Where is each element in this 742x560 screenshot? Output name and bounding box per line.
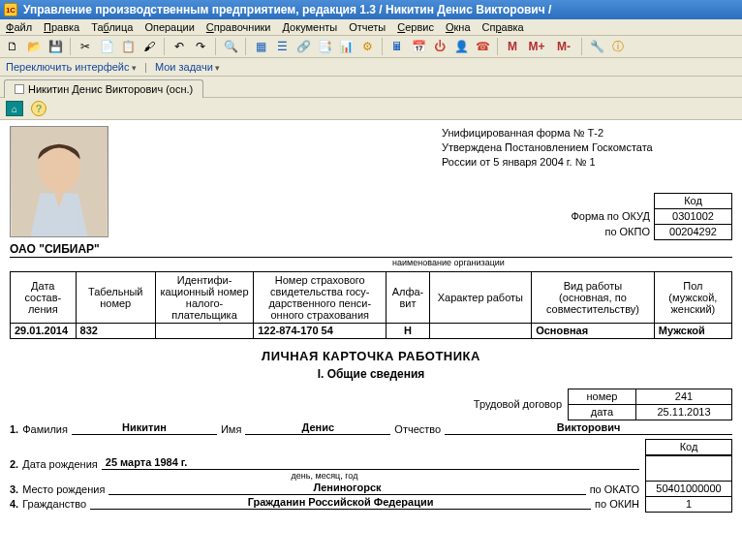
form-stamp: Унифицированная форма № Т-2 Утверждена П… [442, 126, 732, 170]
mail-icon[interactable]: ⏻ [431, 38, 448, 55]
val-sex: Мужской [654, 323, 731, 338]
organization-caption: наименование организации [165, 258, 732, 267]
col-snils: Номер страхового свидетельства госу­дарс… [254, 271, 386, 323]
switch-interface-button[interactable]: Переключить интерфейс [6, 61, 137, 73]
gear-icon[interactable]: ⚙ [358, 38, 376, 55]
cut-icon[interactable]: ✂ [77, 38, 94, 55]
val-tabno: 832 [76, 323, 155, 338]
contract-table: номер 241 дата 25.11.2013 [568, 389, 732, 420]
okpo-label: по ОКПО [490, 224, 655, 239]
doc-icon[interactable]: 📑 [316, 38, 333, 55]
grid-icon[interactable]: ▦ [252, 38, 269, 55]
help-icon[interactable]: ⓘ [609, 38, 627, 55]
sum-m-button[interactable]: М [504, 38, 521, 55]
switch-bar: Переключить интерфейс | Мои задачи [0, 58, 742, 77]
person-placeholder-icon [11, 127, 108, 236]
dob-value: 25 марта 1984 г. [102, 456, 639, 470]
menu-windows[interactable]: Окна [446, 21, 471, 33]
header-grid: Дата состав­ления Табельный номер Иденти… [10, 271, 732, 339]
name-label: Имя [221, 423, 241, 435]
contract-date-label: дата [569, 404, 636, 420]
col-worktype: Характер работы [429, 271, 532, 323]
document-toolbar: ⌂ ? [0, 98, 742, 120]
okin-label: по ОКИН [595, 498, 639, 510]
contract-num: 241 [636, 389, 732, 404]
copy-icon[interactable]: 📄 [98, 38, 115, 55]
main-toolbar: 🗋 📂 💾 ✂ 📄 📋 🖌 ↶ ↷ 🔍 ▦ ☰ 🔗 📑 📊 ⚙ 🖩 📅 ⏻ 👤 … [0, 36, 742, 58]
organization-name: ОАО "СИБИАР" [10, 242, 732, 258]
citizenship-value: Гражданин Российской Федерации [90, 496, 591, 510]
menu-refs[interactable]: Справочники [206, 21, 271, 33]
stamp-line: России от 5 января 2004 г. № 1 [442, 155, 732, 170]
val-worktype [429, 323, 532, 338]
undo-icon[interactable]: ↶ [170, 38, 188, 55]
my-tasks-button[interactable]: Мои задачи [155, 61, 220, 73]
okin-value: 1 [646, 496, 732, 512]
menu-table[interactable]: Таблица [91, 21, 133, 33]
tab-employee-card[interactable]: Никитин Денис Викторович (осн.) [4, 79, 203, 98]
main-menu: Фdocument.currentScript.previousElementS… [0, 19, 742, 36]
menu-file[interactable]: Фdocument.currentScript.previousElementS… [6, 21, 32, 33]
pob-label: Место рождения [22, 483, 105, 495]
val-alpha: Н [386, 323, 429, 338]
okato-label: по ОКАТО [590, 483, 639, 495]
open-icon[interactable]: 📂 [25, 38, 43, 55]
report-icon[interactable]: 📊 [337, 38, 355, 55]
col-sex: Пол (мужской, женский) [654, 271, 731, 323]
val-workkind: Основная [532, 323, 655, 338]
row-num: 4. [10, 498, 18, 510]
find-icon[interactable]: 🔍 [222, 38, 239, 55]
book-icon[interactable]: ☎ [474, 38, 491, 55]
code-header: Код [646, 439, 732, 454]
redo-icon[interactable]: ↷ [192, 38, 209, 55]
sum-mm-button[interactable]: М- [552, 38, 575, 55]
menu-reports[interactable]: Отчеты [349, 21, 386, 33]
okato-value: 50401000000 [646, 481, 732, 496]
save-icon[interactable]: 💾 [46, 38, 64, 55]
val-date: 29.01.2014 [11, 323, 77, 338]
links-icon[interactable]: 🔗 [294, 38, 312, 55]
paste-icon[interactable]: 📋 [119, 38, 137, 55]
dob-label: Дата рождения [22, 458, 98, 470]
row-num: 1. [10, 423, 18, 435]
dob-caption: день, месяц, год [10, 471, 639, 481]
col-workkind: Вид работы (основная, по совместительств… [532, 271, 655, 323]
user-icon[interactable]: 👤 [452, 38, 470, 55]
brush-icon[interactable]: 🖌 [140, 38, 158, 55]
okpo-value: 00204292 [655, 224, 732, 239]
okud-value: 0301002 [655, 208, 732, 224]
menu-edit[interactable]: Правка [44, 21, 79, 33]
app-logo-icon: 1C [4, 3, 17, 16]
separator-icon [245, 38, 246, 55]
calc-icon[interactable]: 🖩 [388, 38, 406, 55]
code-empty [646, 455, 732, 481]
list-icon[interactable]: ☰ [273, 38, 291, 55]
pob-value: Лениногорск [108, 482, 585, 495]
col-date: Дата состав­ления [11, 271, 77, 323]
new-icon[interactable]: 🗋 [4, 38, 21, 55]
window-title: Управление производственным предприятием… [23, 3, 551, 16]
citizenship-label: Гражданство [22, 498, 86, 510]
side-codes: 50401000000 1 [645, 455, 732, 513]
wrench-icon[interactable]: 🔧 [588, 38, 605, 55]
col-inn: Идентифи­кационный номер налого­плательщ… [155, 271, 253, 323]
stamp-line: Утверждена Постановлением Госкомстата [442, 140, 732, 155]
name-value: Денис [245, 421, 390, 435]
document-icon [15, 84, 24, 94]
patronymic-label: Отчество [394, 423, 441, 435]
patronymic-value: Викторович [445, 421, 732, 435]
document-tabs: Никитин Денис Викторович (осн.) [0, 77, 742, 98]
menu-docs[interactable]: Документы [283, 21, 338, 33]
side-code-header: Код [645, 439, 732, 455]
home-icon[interactable]: ⌂ [6, 101, 23, 116]
tab-label: Никитин Денис Викторович (осн.) [28, 83, 193, 95]
menu-service[interactable]: Сервис [397, 21, 434, 33]
sum-mp-button[interactable]: М+ [525, 38, 548, 55]
cal-icon[interactable]: 📅 [410, 38, 427, 55]
val-snils: 122-874-170 54 [254, 323, 386, 338]
section-title: I. Общие сведения [10, 367, 732, 381]
card-title: ЛИЧНАЯ КАРТОЧКА РАБОТНИКА [10, 349, 732, 363]
menu-ops[interactable]: Операции [144, 21, 194, 33]
question-icon[interactable]: ? [31, 101, 46, 116]
menu-help[interactable]: Справка [482, 21, 524, 33]
